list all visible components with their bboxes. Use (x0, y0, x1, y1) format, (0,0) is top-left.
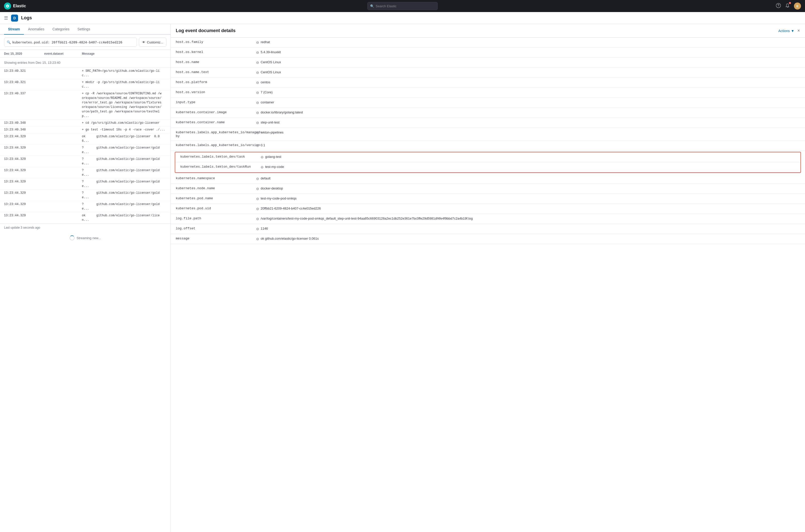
top-nav: Elastic 🔍 E (0, 0, 805, 12)
app-name: Elastic (13, 4, 26, 8)
detail-row[interactable]: kubernetes.container.name ⊖ step-unit-te… (171, 118, 805, 128)
detail-field: log.file.path (176, 216, 256, 220)
detail-row[interactable]: input.type ⊖ container (171, 98, 805, 108)
log-row[interactable]: 13:23:44.329 ok github.com/elastic/go-li… (0, 133, 170, 145)
right-panel: Log event document details Actions ▼ × h… (171, 24, 805, 532)
detail-row[interactable]: host.os.family ⊖ redhat (171, 38, 805, 48)
log-message: ? github.com/elastic/go-licenser/golde..… (82, 157, 166, 166)
help-icon[interactable] (776, 3, 781, 9)
detail-row[interactable]: log.offset ⊖ 1146 (171, 224, 805, 234)
detail-row[interactable]: host.os.kernel ⊖ 5.4.39-linuxkit (171, 48, 805, 58)
log-row[interactable]: 13:23:40.348 + cd /go/src/github.com/ela… (0, 120, 170, 127)
field-value-text: centos (261, 80, 270, 84)
log-message: + mkdir -p /go/src/github.com/elastic/go… (82, 80, 166, 89)
detail-field: log.offset (176, 227, 256, 230)
log-row[interactable]: 13:23:44.329 ? github.com/elastic/go-lic… (0, 167, 170, 178)
chevron-down-icon: ▼ (791, 29, 794, 33)
detail-row[interactable]: host.os.name.text ⊖ CentOS Linux (171, 68, 805, 78)
log-row[interactable]: 13:23:44.329 ? github.com/elastic/go-lic… (0, 178, 170, 190)
detail-panel-title: Log event document details (176, 28, 236, 33)
detail-row[interactable]: kubernetes.container.image ⊖ docker.io/l… (171, 108, 805, 118)
tabs-bar: Stream Anomalies Categories Settings (0, 24, 170, 35)
detail-table: host.os.family ⊖ redhat host.os.kernel ⊖… (171, 38, 805, 532)
log-row[interactable]: 13:23:40.321 + mkdir -p /go/src/github.c… (0, 79, 170, 90)
detail-row[interactable]: kubernetes.node.name ⊖ docker-desktop (171, 184, 805, 194)
search-icon: 🔍 (370, 4, 374, 8)
field-icon: ⊖ (256, 51, 259, 54)
field-icon: ⊖ (256, 197, 259, 201)
workspace-badge: D (11, 15, 18, 22)
log-row[interactable]: 13:23:44.329 ? github.com/elastic/go-lic… (0, 156, 170, 167)
tab-stream[interactable]: Stream (4, 24, 24, 35)
notifications-icon[interactable] (785, 3, 790, 9)
detail-field: kubernetes.pod.uid (176, 207, 256, 210)
field-icon: ⊖ (256, 131, 259, 135)
tab-anomalies[interactable]: Anomalies (24, 24, 48, 35)
detail-field: kubernetes.container.image (176, 110, 256, 114)
detail-field: input.type (176, 100, 256, 104)
svg-point-2 (778, 6, 779, 6)
field-value-text: tekton-pipelines (261, 131, 283, 134)
log-message: + cp -R /workspace/source/CONTRIBUTING.m… (82, 91, 166, 118)
detail-row[interactable]: log.file.path ⊖ /var/log/containers/test… (171, 214, 805, 224)
highlighted-group: kubernetes.labels.tekton_dev/task ⊖ gola… (175, 152, 801, 173)
log-timestamp: 13:23:44.329 (4, 157, 44, 162)
log-message: ok github.com/elastic/go-licenser 0.06..… (82, 134, 166, 143)
log-row[interactable]: 13:23:44.329 ? github.com/elastic/go-lic… (0, 201, 170, 212)
detail-row[interactable]: kubernetes.pod.uid ⊖ 20ffbb21-6209-4824-… (171, 204, 805, 214)
detail-row[interactable]: kubernetes.labels.app_kubernetes_io/mana… (171, 128, 805, 141)
log-row[interactable]: 13:23:40.348 + go test -timeout 10s -p 4… (0, 127, 170, 133)
streaming-label: Streaming new... (77, 236, 101, 240)
detail-row[interactable]: kubernetes.namespace ⊖ default (171, 174, 805, 184)
log-search-bar[interactable]: 🔍 (4, 38, 137, 47)
field-icon: ⊖ (256, 80, 259, 84)
log-row[interactable]: 13:23:44.329 ? github.com/elastic/go-lic… (0, 145, 170, 156)
log-row[interactable]: 13:23:40.337 + cp -R /workspace/source/C… (0, 90, 170, 120)
field-value-text: 0.1 (261, 143, 265, 147)
user-avatar[interactable]: E (794, 2, 801, 10)
customize-button[interactable]: 👁 Customiz... (139, 38, 166, 47)
app-logo[interactable]: Elastic (4, 2, 26, 10)
detail-row[interactable]: host.os.platform ⊖ centos (171, 78, 805, 88)
last-update-label: Last update 3 seconds ago (0, 224, 170, 231)
detail-row[interactable]: message ⊖ ok github.com/elastic/go-licen… (171, 234, 805, 244)
detail-field: kubernetes.node.name (176, 187, 256, 190)
menu-icon[interactable]: ☰ (4, 15, 8, 21)
detail-value: ⊖ /var/log/containers/test-my-code-pod-s… (256, 216, 800, 221)
streaming-spinner (70, 235, 75, 241)
detail-row[interactable]: kubernetes.pod.name ⊖ test-my-code-pod-s… (171, 194, 805, 204)
global-search[interactable]: 🔍 (367, 2, 438, 10)
log-message: + SRC_PATH=/go/src/github.com/elastic/go… (82, 69, 166, 78)
close-button[interactable]: × (797, 28, 800, 33)
detail-field: kubernetes.container.name (176, 120, 256, 124)
detail-row[interactable]: kubernetes.labels.tekton_dev/task ⊖ gola… (175, 152, 801, 163)
detail-row[interactable]: host.os.name ⊖ CentOS Linux (171, 58, 805, 68)
field-value-text: 7 (Core) (261, 90, 273, 94)
detail-value: ⊖ tekton-pipelines (256, 131, 800, 135)
log-timestamp: 13:23:44.329 (4, 213, 44, 218)
log-row[interactable]: 13:23:44.329 ok github.com/elastic/go-li… (0, 212, 170, 224)
log-timestamp: 13:23:44.329 (4, 134, 44, 139)
search-bar-area: 🔍 👁 Customiz... (0, 35, 170, 50)
tab-settings[interactable]: Settings (74, 24, 94, 35)
actions-button[interactable]: Actions ▼ (779, 29, 794, 33)
detail-value: ⊖ ok github.com/elastic/go-licenser 0.06… (256, 236, 800, 241)
detail-value: ⊖ 1146 (256, 227, 800, 231)
tab-categories[interactable]: Categories (49, 24, 74, 35)
detail-row[interactable]: kubernetes.labels.app_kubernetes_io/vers… (171, 141, 805, 151)
field-icon: ⊖ (256, 71, 259, 75)
log-row[interactable]: 13:23:44.329 ? github.com/elastic/go-lic… (0, 190, 170, 201)
detail-panel-actions: Actions ▼ × (779, 28, 800, 33)
search-input[interactable] (376, 4, 435, 8)
detail-row[interactable]: host.os.version ⊖ 7 (Core) (171, 88, 805, 98)
detail-value: ⊖ centos (256, 80, 800, 84)
page-title: Logs (21, 15, 32, 21)
log-search-input[interactable] (12, 40, 134, 44)
field-icon: ⊖ (256, 144, 259, 148)
log-message: ? github.com/elastic/go-licenser/golde..… (82, 179, 166, 188)
log-row[interactable]: 13:23:40.321 + SRC_PATH=/go/src/github.c… (0, 68, 170, 79)
log-timestamp: 13:23:44.329 (4, 168, 44, 173)
detail-value: ⊖ test-my-code-pod-smkqs (256, 196, 800, 201)
detail-row[interactable]: kubernetes.labels.tekton_dev/taskRun ⊖ t… (175, 163, 801, 172)
log-timestamp: 13:23:40.348 (4, 121, 44, 125)
